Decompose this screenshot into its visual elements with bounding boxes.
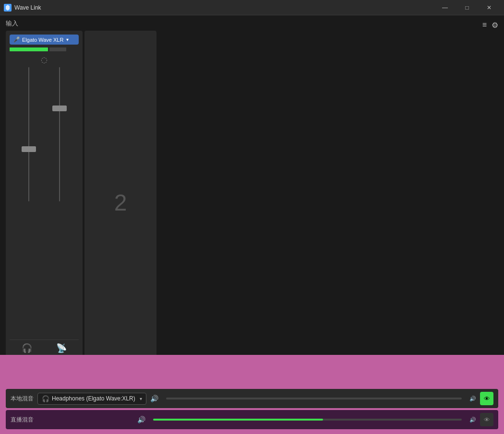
device-name: Elgato Wave XLR xyxy=(22,37,63,43)
output-section-wrapper: 输出 本地混音 🎧 Headphones (Elgato Wave:XLR) ▾… xyxy=(0,374,504,434)
channel-bottom: 🎧 📡 xyxy=(10,340,79,356)
app-title: Wave Link xyxy=(14,4,41,11)
main-content: 输入 ≡ ⚙ 🎤 Elgato Wave XLR ▾ ◌ xyxy=(0,15,504,434)
headphone-icon: 🎧 xyxy=(42,395,49,402)
filter-button[interactable]: ≡ xyxy=(482,21,487,30)
fader-1-container xyxy=(28,67,29,211)
fader-1-track xyxy=(28,67,29,201)
headphone-monitor-button[interactable]: 🎧 xyxy=(22,343,32,353)
app-icon xyxy=(4,4,12,12)
local-volume-slider[interactable] xyxy=(166,398,462,399)
stream-volume-max-icon: 🔊 xyxy=(469,417,476,423)
loading-icon: ◌ xyxy=(41,55,48,64)
level-meter xyxy=(10,47,79,51)
local-mix-row: 本地混音 🎧 Headphones (Elgato Wave:XLR) ▾ 🔊 … xyxy=(6,389,498,408)
minimize-button[interactable]: — xyxy=(434,0,456,15)
broadcast-button[interactable]: 📡 xyxy=(56,343,67,353)
faders-row xyxy=(10,67,79,337)
device-chevron-icon: ▾ xyxy=(140,396,142,401)
maximize-button[interactable]: □ xyxy=(456,0,478,15)
channels-area: 🎤 Elgato Wave XLR ▾ ◌ xyxy=(0,31,504,374)
fader-1-thumb[interactable] xyxy=(22,146,36,152)
local-device-name: Headphones (Elgato Wave:XLR) xyxy=(52,395,135,402)
stream-mix-label: 直播混音 xyxy=(11,416,34,424)
ear-icon: 👁 xyxy=(484,395,490,402)
stream-volume-fill xyxy=(153,419,323,421)
local-device-selector[interactable]: 🎧 Headphones (Elgato Wave:XLR) ▾ xyxy=(37,393,146,405)
stream-listen-button[interactable]: 👁 xyxy=(480,413,493,426)
volume-icon: 🔊 xyxy=(150,395,158,402)
settings-button[interactable]: ⚙ xyxy=(492,21,498,30)
title-bar: Wave Link — □ ✕ xyxy=(0,0,504,15)
close-button[interactable]: ✕ xyxy=(478,0,500,15)
channel-2-card: 2 xyxy=(84,31,156,374)
stream-volume-slider[interactable] xyxy=(153,419,462,421)
stream-volume-icon: 🔊 xyxy=(137,416,145,423)
channel-2-label: 2 xyxy=(114,189,127,216)
input-section-label: 输入 xyxy=(6,19,18,28)
level-dark-bar xyxy=(49,47,66,51)
channel-1-card: 🎤 Elgato Wave XLR ▾ ◌ xyxy=(6,31,83,374)
level-green-bar xyxy=(10,47,48,51)
window-controls: — □ ✕ xyxy=(434,0,500,15)
device-chevron-icon: ▾ xyxy=(66,37,69,42)
ear-off-icon: 👁 xyxy=(484,416,490,423)
device-selector[interactable]: 🎤 Elgato Wave XLR ▾ xyxy=(10,35,79,45)
listen-button-active[interactable]: 👁 xyxy=(480,392,493,405)
headphone-row: ◌ xyxy=(10,55,79,64)
local-mix-label: 本地混音 xyxy=(11,395,34,403)
fader-2-container xyxy=(59,67,60,211)
mic-icon: 🎤 xyxy=(13,36,20,43)
fader-2-track xyxy=(59,67,60,201)
title-bar-left: Wave Link xyxy=(4,4,41,12)
volume-max-icon: 🔊 xyxy=(469,396,476,402)
fader-2-thumb[interactable] xyxy=(52,106,67,111)
stream-mix-row: 直播混音 🔊 🔊 👁 xyxy=(6,410,498,429)
